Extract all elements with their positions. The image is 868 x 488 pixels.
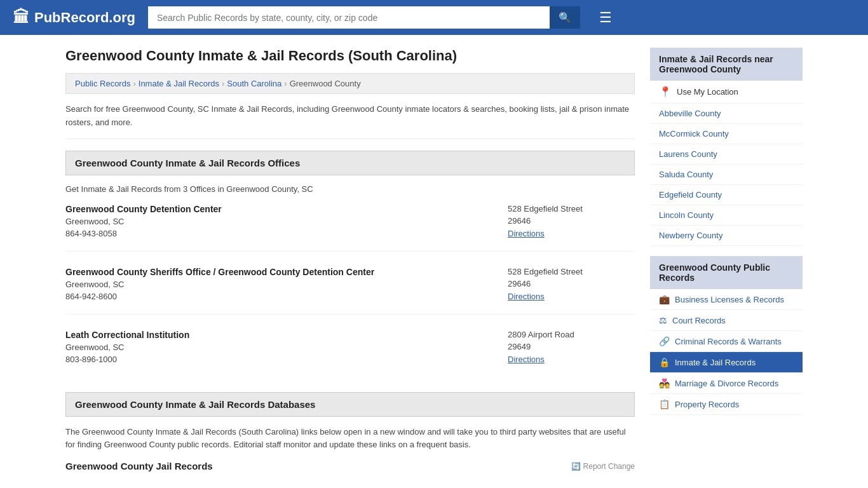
databases-description: The Greenwood County Inmate & Jail Recor… [65, 426, 635, 452]
office-name: Leath Correctional Institution [65, 330, 495, 340]
sidebar-item-lincoln[interactable]: Lincoln County [650, 205, 803, 226]
breadcrumb-public-records[interactable]: Public Records [75, 79, 130, 88]
office-entry: Greenwood County Detention Center Greenw… [65, 204, 635, 252]
briefcase-icon: 💼 [659, 294, 670, 304]
office-city: Greenwood, SC [65, 280, 495, 289]
sidebar-item-mccormick[interactable]: McCormick County [650, 124, 803, 144]
breadcrumb-south-carolina[interactable]: South Carolina [227, 79, 281, 88]
office-zip: 29646 [508, 279, 635, 288]
mccormick-label: McCormick County [659, 129, 729, 139]
site-header: 🏛 PubRecord.org 🔍 ☰ [0, 0, 868, 35]
sidebar-item-court-records[interactable]: ⚖ Court Records [650, 310, 803, 331]
rings-icon: 💑 [659, 378, 670, 388]
office-right: 528 Edgefield Street 29646 Directions [508, 204, 635, 238]
office-entry: Greenwood County Sheriffs Office / Green… [65, 267, 635, 315]
search-button[interactable]: 🔍 [550, 6, 580, 29]
office-street: 528 Edgefield Street [508, 204, 635, 214]
sidebar: Inmate & Jail Records near Greenwood Cou… [650, 48, 803, 475]
lincoln-label: Lincoln County [659, 210, 714, 220]
criminal-records-label: Criminal Records & Warrants [675, 337, 782, 346]
office-right: 2809 Airport Road 29649 Directions [508, 330, 635, 364]
court-records-label: Court Records [672, 316, 726, 325]
office-entry: Leath Correctional Institution Greenwood… [65, 330, 635, 377]
sidebar-item-marriage-records[interactable]: 💑 Marriage & Divorce Records [650, 373, 803, 394]
office-zip: 29649 [508, 342, 635, 351]
sidebar-item-saluda[interactable]: Saluda County [650, 165, 803, 185]
sidebar-nearby-header: Inmate & Jail Records near Greenwood Cou… [650, 48, 803, 81]
directions-link[interactable]: Directions [508, 292, 545, 301]
sidebar-item-business-licenses[interactable]: 💼 Business Licenses & Records [650, 289, 803, 310]
databases-section: Greenwood County Inmate & Jail Records D… [65, 392, 635, 472]
edgefield-label: Edgefield County [659, 190, 722, 200]
abbeville-label: Abbeville County [659, 109, 721, 118]
report-change-label: Report Change [583, 462, 635, 471]
breadcrumb-inmate-records[interactable]: Inmate & Jail Records [139, 79, 219, 88]
breadcrumb-sep-3: › [284, 79, 287, 88]
clipboard-icon: 📋 [659, 399, 670, 409]
page-container: Greenwood County Inmate & Jail Records (… [53, 35, 815, 488]
office-left: Greenwood County Sheriffs Office / Green… [65, 267, 495, 301]
directions-link[interactable]: Directions [508, 355, 545, 364]
sidebar-public-records-section: Greenwood County Public Records 💼 Busine… [650, 256, 803, 415]
office-layout: Leath Correctional Institution Greenwood… [65, 330, 635, 364]
office-right: 528 Edgefield Street 29646 Directions [508, 267, 635, 301]
office-phone: 803-896-1000 [65, 355, 495, 364]
use-location-label: Use My Location [677, 87, 738, 97]
sidebar-item-criminal-records[interactable]: 🔗 Criminal Records & Warrants [650, 331, 803, 352]
location-icon: 📍 [659, 86, 672, 98]
breadcrumb-sep-2: › [222, 79, 224, 88]
office-left: Greenwood County Detention Center Greenw… [65, 204, 495, 238]
page-description: Search for free Greenwood County, SC Inm… [65, 103, 635, 139]
sidebar-item-edgefield[interactable]: Edgefield County [650, 185, 803, 205]
office-name: Greenwood County Sheriffs Office / Green… [65, 267, 495, 277]
sidebar-item-abbeville[interactable]: Abbeville County [650, 104, 803, 124]
link-icon: 🔗 [659, 336, 670, 346]
sidebar-item-inmate-records[interactable]: 🔒 Inmate & Jail Records [650, 352, 803, 373]
report-change-icon: 🔄 [571, 462, 581, 471]
office-layout: Greenwood County Detention Center Greenw… [65, 204, 635, 238]
laurens-label: Laurens County [659, 149, 717, 159]
breadcrumb-greenwood: Greenwood County [290, 79, 361, 88]
offices-section-header: Greenwood County Inmate & Jail Records O… [65, 151, 635, 175]
office-layout: Greenwood County Sheriffs Office / Green… [65, 267, 635, 301]
office-street: 2809 Airport Road [508, 330, 635, 339]
menu-button[interactable]: ☰ [599, 10, 612, 26]
main-content: Greenwood County Inmate & Jail Records (… [65, 48, 635, 475]
offices-section: Greenwood County Inmate & Jail Records O… [65, 151, 635, 377]
scales-icon: ⚖ [659, 315, 667, 325]
office-zip: 29646 [508, 216, 635, 226]
office-street: 528 Edgefield Street [508, 267, 635, 276]
saluda-label: Saluda County [659, 170, 713, 179]
logo-icon: 🏛 [13, 8, 29, 27]
databases-section-header: Greenwood County Inmate & Jail Records D… [65, 392, 635, 417]
office-left: Leath Correctional Institution Greenwood… [65, 330, 495, 364]
hamburger-icon: ☰ [599, 10, 612, 25]
office-phone: 864-943-8058 [65, 229, 495, 238]
page-title: Greenwood County Inmate & Jail Records (… [65, 48, 635, 64]
search-bar: 🔍 [148, 6, 580, 29]
breadcrumb-sep-1: › [133, 79, 135, 88]
search-input[interactable] [148, 6, 550, 29]
marriage-records-label: Marriage & Divorce Records [675, 379, 778, 388]
sidebar-item-newberry[interactable]: Newberry County [650, 226, 803, 246]
sidebar-item-property-records[interactable]: 📋 Property Records [650, 394, 803, 415]
property-records-label: Property Records [675, 400, 739, 409]
office-phone: 864-942-8600 [65, 292, 495, 301]
db-title-label: Greenwood County Jail Records [65, 461, 213, 471]
business-licenses-label: Business Licenses & Records [675, 295, 784, 304]
office-city: Greenwood, SC [65, 217, 495, 226]
logo-text: PubRecord.org [34, 10, 135, 26]
logo-link[interactable]: 🏛 PubRecord.org [13, 8, 135, 27]
search-icon: 🔍 [559, 12, 571, 23]
sidebar-use-location[interactable]: 📍 Use My Location [650, 81, 803, 104]
office-count: Get Inmate & Jail Records from 3 Offices… [65, 184, 635, 194]
directions-link[interactable]: Directions [508, 229, 545, 238]
office-city: Greenwood, SC [65, 342, 495, 352]
inmate-records-label: Inmate & Jail Records [675, 358, 756, 367]
newberry-label: Newberry County [659, 231, 722, 240]
sidebar-item-laurens[interactable]: Laurens County [650, 144, 803, 165]
breadcrumb: Public Records › Inmate & Jail Records ›… [65, 73, 635, 94]
report-change-button[interactable]: 🔄 Report Change [571, 462, 635, 471]
lock-icon: 🔒 [659, 357, 670, 367]
sidebar-public-records-header: Greenwood County Public Records [650, 256, 803, 289]
